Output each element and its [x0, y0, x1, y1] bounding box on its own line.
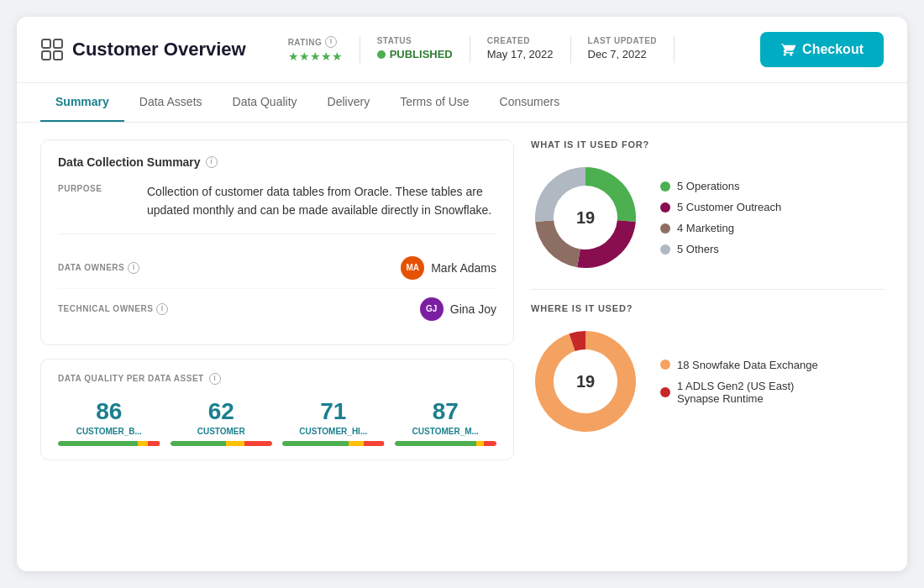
owner1-name: Mark Adams [431, 261, 496, 275]
owner1-avatar: MA [401, 256, 424, 280]
used-where-total: 19 [576, 372, 595, 391]
rating-group: RATING i ★★★★★ [288, 36, 360, 63]
owner2-avatar: GJ [420, 297, 444, 321]
last-updated-group: LAST UPDATED Dec 7, 2022 [571, 36, 675, 63]
quality-grid: 86 CUSTOMER_B... 62 CUSTOMER 71 [58, 398, 496, 446]
quality-item: 87 CUSTOMER_M... [395, 398, 497, 446]
tab-delivery[interactable]: Delivery [312, 83, 386, 122]
rating-label: RATING i [288, 36, 343, 48]
data-owners-label: DATA OWNERS i [58, 262, 401, 274]
used-for-section: WHAT IS IT USED FOR? 19 5 Operations 5 C… [531, 139, 884, 272]
quality-score: 62 [171, 398, 273, 425]
header: Customer Overview RATING i ★★★★★ STATUS … [17, 17, 907, 83]
legend-item: 5 Operations [660, 180, 781, 192]
quality-title: DATA QUALITY PER DATA ASSET i [58, 373, 496, 385]
tab-data-assets[interactable]: Data Assets [124, 83, 218, 122]
used-for-total: 19 [576, 208, 595, 228]
svg-rect-1 [54, 39, 62, 48]
status-badge: PUBLISHED [377, 48, 453, 60]
technical-owners-row: TECHNICAL OWNERS i GJ Gina Joy [58, 289, 496, 329]
data-collection-box: Data Collection Summary i PURPOSE Collec… [40, 139, 514, 345]
legend-label: 5 Customer Outreach [677, 201, 781, 213]
checkout-label: Checkout [802, 42, 864, 57]
logo-icon [40, 38, 64, 61]
legend-item: 1 ADLS Gen2 (US East) Synapse Runtime [660, 380, 818, 405]
legend-dot [660, 223, 670, 234]
quality-name: CUSTOMER_M... [395, 427, 497, 436]
quality-name: CUSTOMER_B... [58, 427, 160, 436]
owner2-info: GJ Gina Joy [420, 297, 496, 321]
owner2-name: Gina Joy [450, 302, 496, 316]
logo-title: Customer Overview [40, 38, 246, 61]
technical-owners-label: TECHNICAL OWNERS i [58, 303, 420, 315]
used-for-donut: 19 [531, 163, 640, 272]
cart-icon [780, 42, 795, 57]
quality-bar [395, 441, 497, 446]
quality-name: CUSTOMER_HI... [282, 427, 385, 436]
quality-score: 86 [58, 398, 160, 425]
quality-item: 86 CUSTOMER_B... [58, 398, 160, 446]
rating-stars: ★★★★★ [288, 50, 343, 63]
used-where-section: WHERE IS IT USED? 19 18 Snowfake Data Ex… [531, 303, 884, 436]
status-label: STATUS [377, 36, 453, 45]
svg-rect-2 [42, 51, 50, 60]
legend-label: 5 Others [677, 243, 719, 255]
checkout-button[interactable]: Checkout [760, 32, 884, 67]
quality-info-icon[interactable]: i [209, 373, 221, 385]
legend-item: 5 Others [660, 243, 781, 255]
status-group: STATUS PUBLISHED [360, 36, 470, 63]
tab-consumers[interactable]: Consumers [485, 83, 575, 122]
used-where-title: WHERE IS IT USED? [531, 303, 884, 313]
data-collection-title: Data Collection Summary i [58, 155, 496, 169]
right-panel: WHAT IS IT USED FOR? 19 5 Operations 5 C… [531, 139, 884, 460]
quality-section: DATA QUALITY PER DATA ASSET i 86 CUSTOME… [40, 359, 514, 460]
purpose-text: Collection of customer data tables from … [147, 182, 496, 220]
content-area: Data Collection Summary i PURPOSE Collec… [17, 123, 907, 477]
used-for-legend: 5 Operations 5 Customer Outreach 4 Marke… [660, 180, 781, 255]
tabs-bar: Summary Data Assets Data Quality Deliver… [17, 83, 907, 123]
status-dot [377, 50, 386, 59]
legend-label: 1 ADLS Gen2 (US East) Synapse Runtime [677, 380, 794, 405]
data-owners-info-icon[interactable]: i [128, 262, 139, 274]
tab-data-quality[interactable]: Data Quality [218, 83, 312, 122]
used-for-title: WHAT IS IT USED FOR? [531, 139, 884, 150]
created-label: CREATED [487, 36, 554, 45]
data-owners-row: DATA OWNERS i MA Mark Adams [58, 248, 496, 289]
legend-dot [660, 387, 670, 397]
purpose-row: PURPOSE Collection of customer data tabl… [58, 182, 496, 234]
legend-item: 4 Marketing [660, 222, 781, 234]
quality-item: 71 CUSTOMER_HI... [282, 398, 385, 446]
quality-bar [282, 441, 385, 446]
legend-label: 5 Operations [677, 180, 739, 192]
created-value: May 17, 2022 [487, 48, 554, 60]
used-where-chart-row: 19 18 Snowfake Data Exchange 1 ADLS Gen2… [531, 327, 884, 436]
quality-bar [171, 441, 273, 446]
tab-summary[interactable]: Summary [40, 83, 124, 122]
svg-rect-3 [54, 51, 62, 60]
legend-item: 5 Customer Outreach [660, 201, 781, 213]
legend-dot [660, 181, 670, 192]
tab-terms-of-use[interactable]: Terms of Use [385, 83, 484, 122]
quality-name: CUSTOMER [171, 427, 273, 436]
legend-dot [660, 202, 670, 213]
used-where-legend: 18 Snowfake Data Exchange 1 ADLS Gen2 (U… [660, 359, 818, 405]
last-updated-value: Dec 7, 2022 [588, 48, 657, 60]
legend-label: 18 Snowfake Data Exchange [677, 359, 818, 371]
header-meta: RATING i ★★★★★ STATUS PUBLISHED CREATED … [288, 36, 743, 63]
used-for-chart-row: 19 5 Operations 5 Customer Outreach 4 Ma… [531, 163, 884, 272]
purpose-label: PURPOSE [58, 182, 134, 220]
used-where-donut: 19 [531, 327, 640, 436]
quality-score: 87 [395, 398, 497, 425]
section-divider [531, 289, 884, 290]
page-title: Customer Overview [72, 39, 246, 60]
left-panel: Data Collection Summary i PURPOSE Collec… [40, 139, 514, 460]
quality-score: 71 [282, 398, 385, 425]
main-card: Customer Overview RATING i ★★★★★ STATUS … [17, 17, 907, 571]
legend-dot [660, 244, 670, 255]
quality-item: 62 CUSTOMER [171, 398, 273, 446]
legend-dot [660, 360, 670, 370]
legend-label: 4 Marketing [677, 222, 734, 234]
rating-info-icon[interactable]: i [325, 36, 337, 48]
technical-owners-info-icon[interactable]: i [156, 303, 168, 315]
data-collection-info-icon[interactable]: i [206, 156, 218, 168]
